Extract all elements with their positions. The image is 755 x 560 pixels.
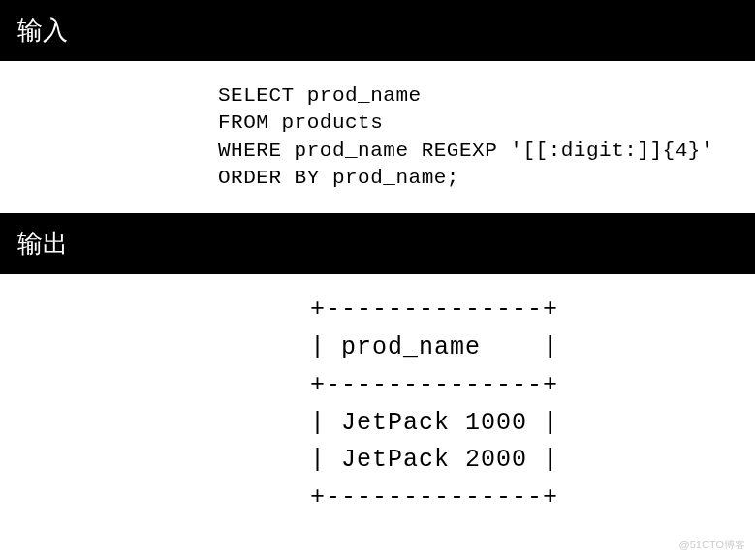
table-row: | JetPack 1000 |: [310, 405, 755, 443]
table-border: +--------------+: [310, 480, 755, 517]
output-label: 输出: [17, 229, 68, 258]
watermark: @51CTO博客: [679, 538, 745, 552]
code-line: FROM products: [218, 109, 755, 137]
table-row: | JetPack 2000 |: [310, 442, 755, 480]
table-header-row: | prod_name |: [310, 329, 755, 367]
code-line: ORDER BY prod_name;: [218, 165, 755, 192]
code-line: WHERE prod_name REGEXP '[[:digit:]]{4}': [218, 138, 755, 165]
output-header: 输出: [0, 213, 755, 274]
input-code-block: SELECT prod_name FROM products WHERE pro…: [0, 61, 755, 213]
table-border: +--------------+: [310, 292, 755, 329]
output-table-block: +--------------+ | prod_name | +--------…: [0, 274, 755, 517]
input-label: 输入: [17, 16, 68, 45]
table-border: +--------------+: [310, 367, 755, 405]
code-line: SELECT prod_name: [218, 82, 755, 109]
input-header: 输入: [0, 0, 755, 61]
